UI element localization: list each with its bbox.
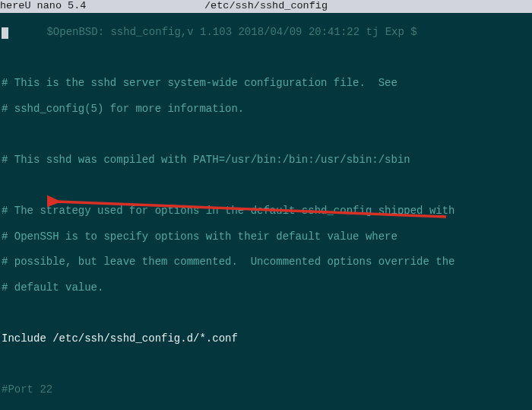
line-3: # This is the sshd server system-wide co…	[2, 77, 532, 90]
line-13-include: Include /etc/ssh/sshd_config.d/*.conf	[2, 332, 532, 345]
openbsd-header: $OpenBSD: sshd_config,v 1.103 2018/04/09…	[46, 26, 416, 38]
line-4: # sshd_config(5) for more information.	[2, 103, 532, 116]
cursor-icon	[2, 27, 8, 39]
line-15-port: #Port 22	[2, 383, 532, 396]
line-11: # default value.	[2, 281, 532, 294]
line-1: $OpenBSD: sshd_config,v 1.103 2018/04/09…	[2, 26, 532, 39]
line-14	[2, 358, 532, 371]
line-8: # The strategy used for options in the d…	[2, 205, 532, 218]
line-2	[2, 51, 532, 64]
line-7	[2, 179, 532, 192]
editor-content[interactable]: $OpenBSD: sshd_config,v 1.103 2018/04/09…	[0, 13, 532, 410]
line-12	[2, 307, 532, 319]
line-6: # This sshd was compiled with PATH=/usr/…	[2, 154, 532, 167]
line-10: # possible, but leave them commented. Un…	[2, 256, 532, 269]
nano-app-name: U nano 5.4	[24, 0, 86, 11]
line-9: # OpenSSH is to specify options with the…	[2, 230, 532, 243]
title-left-fragment: hereU nano 5.4	[0, 0, 86, 13]
line-5	[2, 128, 532, 141]
nano-title-bar: hereU nano 5.4 /etc/ssh/sshd_config	[0, 0, 532, 13]
